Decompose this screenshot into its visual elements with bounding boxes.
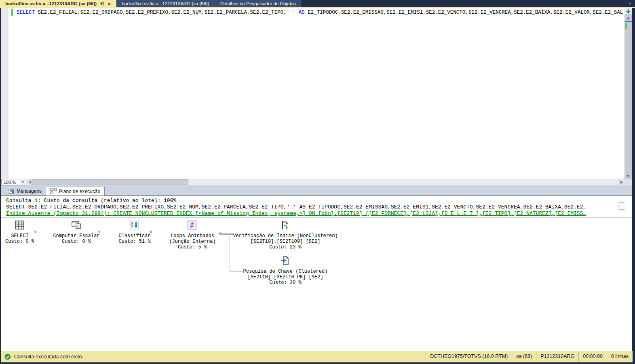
plan-header-separator: [1, 217, 632, 218]
document-tab-label: backoffice.sv.fin.a...1212310ARG (sa (68…: [5, 1, 97, 6]
nested-loops-icon[interactable]: [187, 220, 198, 230]
plan-node-index-scan-label-2: Custo: 23 %: [269, 244, 301, 250]
svg-text:Z: Z: [131, 225, 134, 229]
document-tab-2[interactable]: Detalhes do Pesquisador de Objetos: [215, 0, 302, 7]
arrowhead-icon: [34, 230, 36, 234]
plan-node-index-scan-label-1: [SE2T10].[SE2T109] [SE2]: [251, 239, 321, 244]
results-tab-plano-de-execu-o[interactable]: Plano de execução: [46, 187, 105, 196]
results-tab-label: Mensagens: [17, 188, 42, 194]
horizontal-scroll-thumb[interactable]: [32, 179, 188, 185]
scroll-left-icon[interactable]: [29, 181, 31, 184]
plan-node-compute-scalar-label-0: Computar Escalar: [53, 233, 99, 239]
editor-vertical-scrollbar[interactable]: [624, 8, 632, 179]
status-message: Consulta executada com êxito.: [14, 354, 83, 360]
window-bottom-border: [0, 362, 635, 364]
status-item-3: 00:00:00: [578, 352, 607, 360]
editor-splitter-handle[interactable]: [624, 8, 632, 15]
messages-icon: [8, 188, 15, 194]
plan-node-select-label-0: SELECT: [11, 233, 28, 239]
plan-connector: [37, 232, 53, 232]
plan-node-nested-loops-label-0: Loops Aninhados: [171, 233, 214, 239]
results-tab-strip: MensagensPlano de execução: [1, 185, 632, 196]
scroll-right-icon[interactable]: [620, 181, 623, 184]
status-item-4: 0 linhas: [607, 352, 633, 360]
plan-node-nested-loops-label-1: (Junção Interna): [169, 239, 215, 244]
sql-editor[interactable]: SELECT SE2.E2_FILIAL,SE2.E2_ORDPAGO,SE2.…: [1, 8, 632, 179]
scroll-up-icon[interactable]: [627, 17, 630, 19]
plan-connector: [101, 232, 116, 232]
sql-query-line[interactable]: SELECT SE2.E2_FILIAL,SE2.E2_ORDPAGO,SE2.…: [17, 10, 623, 15]
execution-plan-panel: ... Consulta 1: Custo da consulta (relat…: [1, 196, 632, 351]
arrowhead-icon: [218, 232, 221, 235]
index-scan-icon[interactable]: [280, 220, 291, 230]
compute-scalar-icon[interactable]: [71, 220, 82, 230]
plan-header-line-1: SELECT SE2.E2_FILIAL,SE2.E2_ORDPAGO,SE2.…: [6, 204, 586, 210]
success-check-icon: [4, 353, 11, 360]
editor-indicator-margin: [1, 8, 8, 179]
arrowhead-icon: [98, 230, 100, 234]
plan-connector: [221, 234, 233, 235]
plan-connector: [230, 235, 230, 271]
execution-plan-icon: [50, 188, 57, 194]
plan-connector: [152, 232, 172, 232]
status-bar: Consulta executada com êxito. DCTHEO1975…: [1, 351, 633, 362]
results-tab-mensagens[interactable]: Mensagens: [4, 187, 46, 196]
plan-node-sort-label-1: Custo: 51 %: [118, 239, 150, 244]
caret-position-mark: [624, 21, 632, 22]
plan-node-key-lookup-label-0: Pesquisa de Chave (Clustered): [243, 269, 328, 274]
plan-connector: [221, 233, 233, 234]
zoom-dropdown-icon[interactable]: [20, 180, 25, 185]
results-tab-label: Plano de execução: [59, 189, 100, 194]
zoom-level-value: 100 %: [4, 180, 16, 185]
tab-list-chevron-icon[interactable]: ▾: [629, 1, 631, 6]
plan-header-line-0: Consulta 1: Custo da consulta (relativo …: [6, 198, 176, 204]
change-tracking-bar: [11, 9, 13, 16]
missing-index-link[interactable]: Índice Ausente (Impacto 31.2994): CREATE…: [6, 210, 586, 217]
plan-node-nested-loops-label-2: Custo: 5 %: [178, 244, 207, 250]
status-item-1: sa (68): [512, 352, 536, 360]
select-icon[interactable]: [15, 220, 25, 230]
close-icon[interactable]: ✕: [108, 2, 111, 6]
ssms-window: backoffice.sv.fin.a...1212310ARG (sa (68…: [0, 0, 635, 364]
arrowhead-icon: [149, 230, 152, 234]
document-tab-label: backoffice.sv.fin.a...1212310ARG (sa (58…: [122, 1, 209, 6]
statement-expand-button[interactable]: ...: [618, 202, 625, 210]
document-tab-1[interactable]: backoffice.sv.fin.a...1212310ARG (sa (58…: [116, 0, 215, 7]
key-lookup-icon[interactable]: [280, 256, 291, 265]
plan-node-key-lookup-label-2: Custo: 20 %: [269, 280, 301, 286]
pin-icon[interactable]: [100, 2, 104, 6]
plan-node-select-label-1: Custo: 0 %: [5, 239, 34, 244]
scroll-down-icon[interactable]: [627, 175, 630, 177]
editor-bottom-scroll-row: 100 %: [1, 179, 632, 185]
plan-node-key-lookup-label-1: [SE2T10].[SE2T10_PK] [SE2]: [247, 274, 323, 280]
sort-icon[interactable]: AZ: [129, 220, 140, 230]
plan-node-index-scan-label-0: Verificação de Índice (NonClustered): [233, 233, 338, 239]
document-tab-label: Detalhes do Pesquisador de Objetos: [220, 1, 296, 6]
zoom-level-combobox[interactable]: 100 %: [1, 179, 26, 185]
plan-node-compute-scalar-label-1: Custo: 0 %: [62, 239, 91, 244]
saved-change-mark: [625, 23, 627, 29]
status-item-0: DCTHEO1975\TOTVS (16.0 RTM): [426, 352, 512, 360]
plan-node-sort-label-0: Classificar: [118, 233, 150, 239]
document-tab-0[interactable]: backoffice.sv.fin.a...1212310ARG (sa (68…: [0, 0, 116, 7]
document-tab-bar: backoffice.sv.fin.a...1212310ARG (sa (68…: [0, 0, 635, 7]
status-item-2: P1212310ARG: [536, 352, 578, 360]
plan-connector: [230, 271, 249, 271]
